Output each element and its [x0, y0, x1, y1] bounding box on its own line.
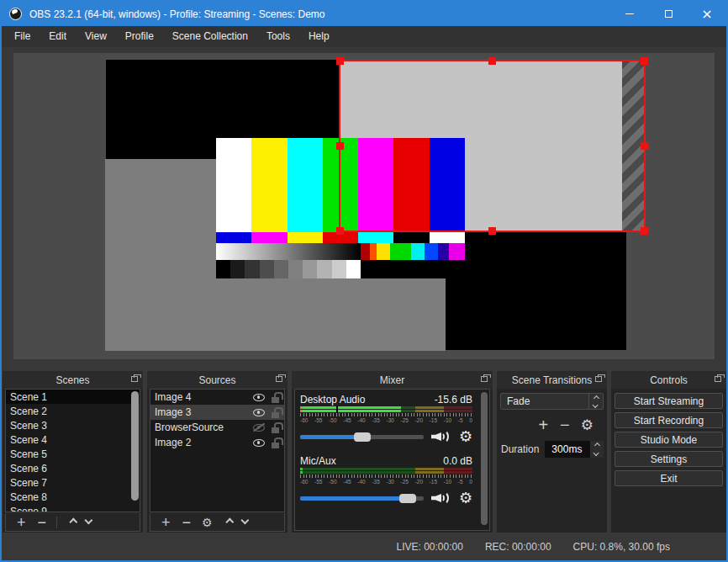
- move-scene-down-button[interactable]: [84, 516, 92, 524]
- menu-help[interactable]: Help: [299, 26, 339, 47]
- mixer-scrollbar[interactable]: [481, 392, 488, 525]
- volume-slider[interactable]: [300, 496, 424, 501]
- mixer-panel: Mixer Desktop Audio -15.6 dB -60-55 -50-…: [292, 371, 493, 533]
- float-panel-icon[interactable]: [595, 376, 602, 382]
- volume-slider-handle[interactable]: [354, 432, 371, 442]
- exit-button[interactable]: Exit: [615, 470, 723, 486]
- move-source-down-button[interactable]: [240, 516, 249, 524]
- scene-list-item[interactable]: Scene 9: [6, 504, 140, 512]
- obs-logo-icon: [9, 8, 22, 20]
- start-streaming-button[interactable]: Start Streaming: [615, 393, 723, 409]
- chevron-down-icon: [592, 401, 598, 407]
- source-list-item[interactable]: Image 4: [150, 390, 284, 405]
- chevron-up-icon: [593, 443, 599, 448]
- source-properties-gear-icon[interactable]: ⚙: [202, 517, 213, 528]
- unlock-icon[interactable]: [272, 397, 279, 403]
- channel-level-db: 0.0 dB: [443, 455, 472, 467]
- menu-tools[interactable]: Tools: [257, 26, 299, 47]
- sources-list: Image 4 Image 3 BrowserSource Image 2: [150, 389, 285, 512]
- close-icon: ×: [701, 8, 712, 21]
- float-panel-icon[interactable]: [131, 376, 138, 382]
- source-list-item[interactable]: BrowserSource: [150, 420, 284, 435]
- remove-transition-button[interactable]: −: [560, 416, 570, 433]
- menu-edit[interactable]: Edit: [40, 26, 76, 47]
- settings-button[interactable]: Settings: [615, 451, 723, 467]
- float-panel-icon[interactable]: [481, 376, 488, 382]
- scene-list-item[interactable]: Scene 5: [6, 447, 140, 461]
- channel-settings-gear-icon[interactable]: ⚙: [459, 490, 472, 506]
- volume-slider[interactable]: [300, 435, 424, 439]
- add-scene-button[interactable]: +: [17, 515, 26, 530]
- resize-handle-bottom-mid[interactable]: [488, 227, 496, 235]
- resize-handle-top-mid[interactable]: [488, 57, 496, 65]
- resize-handle-top-right[interactable]: [641, 57, 648, 65]
- scenes-panel-title: Scenes: [55, 374, 89, 386]
- menu-view[interactable]: View: [76, 26, 116, 47]
- chevron-down-icon: [593, 450, 599, 456]
- add-source-button[interactable]: +: [161, 515, 171, 530]
- combo-arrows[interactable]: [588, 394, 603, 409]
- minimize-button[interactable]: [610, 2, 649, 26]
- unlock-icon[interactable]: [272, 443, 279, 448]
- menu-file[interactable]: File: [5, 26, 40, 47]
- resize-handle-mid-right[interactable]: [641, 142, 648, 150]
- transition-select[interactable]: Fade: [500, 393, 604, 410]
- visibility-eye-icon[interactable]: [253, 439, 265, 447]
- resize-handle-bottom-left[interactable]: [336, 227, 344, 235]
- duration-value[interactable]: 300ms: [545, 441, 590, 458]
- meter-tick-labels: -60-55 -50-45 -40-35 -30-25 -20-15 -10-5…: [300, 417, 472, 423]
- maximize-button[interactable]: [649, 2, 688, 26]
- remove-scene-button[interactable]: −: [38, 515, 47, 530]
- close-button[interactable]: ×: [688, 2, 726, 26]
- obs-window: OBS 23.2.1 (64-bit, windows) - Profile: …: [0, 0, 728, 562]
- scene-list-item[interactable]: Scene 2: [6, 404, 140, 418]
- add-transition-button[interactable]: +: [538, 416, 548, 433]
- scenes-scrollbar[interactable]: [131, 391, 139, 501]
- unlock-icon[interactable]: [272, 412, 279, 418]
- scene-list-item[interactable]: Scene 1: [6, 390, 140, 404]
- chevron-up-icon: [593, 395, 599, 400]
- speaker-mute-icon[interactable]: [430, 490, 451, 506]
- scene-list-item[interactable]: Scene 7: [6, 475, 140, 490]
- menu-scene-collection[interactable]: Scene Collection: [163, 26, 257, 47]
- video-canvas[interactable]: [13, 53, 715, 359]
- sources-panel-header: Sources: [147, 371, 288, 389]
- source-list-item[interactable]: Image 2: [150, 435, 284, 450]
- transitions-panel-header: Scene Transitions: [497, 371, 607, 389]
- visibility-eye-icon[interactable]: [253, 394, 265, 401]
- move-source-up-button[interactable]: [225, 518, 234, 527]
- studio-mode-button[interactable]: Studio Mode: [615, 432, 723, 448]
- titlebar: OBS 23.2.1 (64-bit, windows) - Profile: …: [2, 2, 726, 26]
- mixer-panel-title: Mixer: [380, 374, 404, 386]
- duration-spinbox[interactable]: 300ms: [545, 441, 604, 458]
- resize-handle-bottom-right[interactable]: [641, 227, 648, 235]
- volume-slider-handle[interactable]: [399, 494, 416, 503]
- duration-spin-arrows[interactable]: [590, 441, 604, 458]
- colorbars-gradient-row: [216, 243, 465, 260]
- menu-profile[interactable]: Profile: [116, 26, 163, 47]
- volume-meter: [300, 406, 472, 412]
- start-recording-button[interactable]: Start Recording: [615, 412, 723, 428]
- visibility-eye-off-icon[interactable]: [253, 424, 265, 432]
- scene-list-item[interactable]: Scene 4: [6, 432, 140, 447]
- preview-area: [2, 47, 726, 371]
- visibility-eye-icon[interactable]: [253, 409, 265, 416]
- unlock-icon[interactable]: [272, 427, 279, 433]
- channel-settings-gear-icon[interactable]: ⚙: [459, 429, 472, 444]
- transition-toolbar: + − ⚙: [497, 416, 607, 434]
- remove-source-button[interactable]: −: [182, 515, 192, 530]
- scene-list-item[interactable]: Scene 8: [6, 490, 140, 504]
- transition-properties-gear-icon[interactable]: ⚙: [581, 418, 593, 432]
- float-panel-icon[interactable]: [276, 376, 282, 382]
- speaker-mute-icon[interactable]: [430, 429, 451, 444]
- source-selection-box[interactable]: [339, 60, 646, 232]
- sources-panel-title: Sources: [198, 374, 235, 386]
- scene-list-item[interactable]: Scene 3: [6, 418, 140, 432]
- source-list-item[interactable]: Image 3: [150, 405, 284, 420]
- float-panel-icon[interactable]: [715, 376, 721, 382]
- resize-handle-mid-left[interactable]: [336, 142, 344, 150]
- scene-list-item[interactable]: Scene 6: [6, 461, 140, 475]
- move-scene-up-button[interactable]: [69, 518, 77, 527]
- maximize-icon: [665, 10, 673, 18]
- resize-handle-top-left[interactable]: [336, 57, 344, 65]
